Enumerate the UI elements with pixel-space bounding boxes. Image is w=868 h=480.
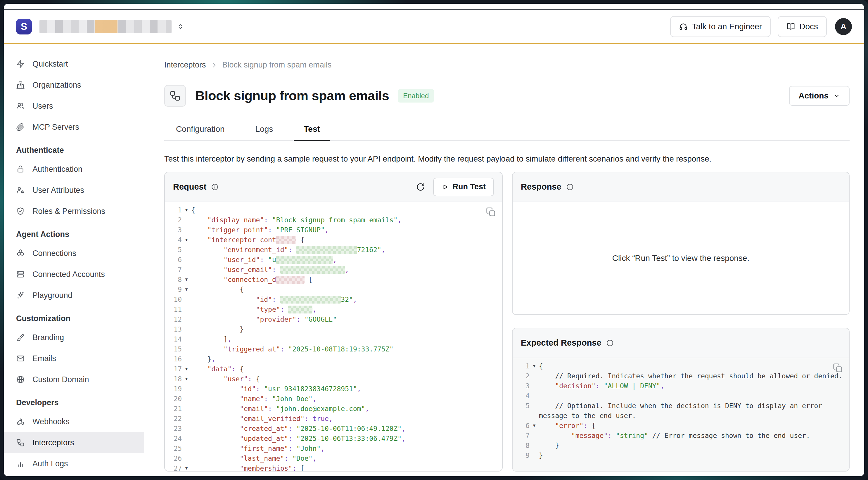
sidebar-section-customization: Customization	[4, 310, 145, 327]
sidebar-item-custom-domain[interactable]: Custom Domain	[4, 369, 145, 390]
copy-icon	[833, 363, 843, 373]
code-content: "updated_at": "2025-10-06T13:33:06.479Z"…	[191, 434, 497, 444]
code-content: // Optional. Include when the decision i…	[539, 401, 844, 421]
code-content: "name": "John Doe",	[191, 394, 497, 404]
request-code[interactable]: 1▾{2 "display_name": "Block signup from …	[165, 202, 502, 471]
tab-logs[interactable]: Logs	[246, 124, 283, 141]
chevron-right-icon	[211, 62, 218, 69]
line-number: 14	[169, 334, 182, 344]
right-column: Response Click “Run Test” to view the re…	[512, 172, 849, 472]
sparkles-icon	[16, 291, 25, 300]
sidebar-item-mcp-servers[interactable]: MCP Servers	[4, 117, 145, 138]
copy-expected-button[interactable]	[833, 363, 843, 373]
code-line: 2 // Required. Indicates whether the req…	[517, 371, 844, 381]
sidebar-item-roles-permissions[interactable]: Roles & Permissions	[4, 201, 145, 222]
sidebar-item-connections[interactable]: Connections	[4, 243, 145, 264]
run-test-label: Run Test	[453, 182, 486, 191]
code-line: 7 "message": "string" // Error message s…	[517, 430, 844, 441]
code-line: 26 "last_name": "Doe",	[169, 453, 497, 463]
sidebar-item-emails[interactable]: Emails	[4, 348, 145, 369]
code-content: "user_id": "u,	[191, 255, 497, 265]
app-logo[interactable]: S	[16, 19, 32, 34]
run-test-button[interactable]: Run Test	[433, 178, 494, 196]
sidebar-item-webhooks[interactable]: Webhooks	[4, 411, 145, 432]
brush-icon	[16, 333, 25, 342]
tab-configuration[interactable]: Configuration	[166, 124, 235, 141]
code-content: "created_at": "2025-10-06T11:06:49.120Z"…	[191, 424, 497, 434]
breadcrumb-parent[interactable]: Interceptors	[164, 61, 206, 69]
copy-request-button[interactable]	[486, 207, 496, 217]
request-panel-title: Request	[173, 182, 206, 192]
sidebar-item-label: Auth Logs	[32, 459, 68, 468]
expected-code[interactable]: 1▾{2 // Required. Indicates whether the …	[513, 358, 849, 471]
user-gear-icon	[16, 186, 25, 195]
fold-toggle[interactable]: ▾	[182, 235, 191, 245]
code-line: 25 "first_name": "John",	[169, 444, 497, 453]
line-number: 3	[169, 225, 182, 235]
line-number: 13	[169, 324, 182, 334]
sidebar-item-label: Authentication	[32, 165, 83, 174]
code-line: 16 },	[169, 354, 497, 364]
org-switcher[interactable]	[176, 23, 184, 31]
sidebar-item-user-attributes[interactable]: User Attributes	[4, 180, 145, 201]
workflow-icon	[16, 438, 25, 447]
expected-panel-title: Expected Response	[521, 338, 601, 348]
code-content: "display_name": "Block signup from spam …	[191, 215, 497, 225]
tab-test[interactable]: Test	[294, 124, 330, 141]
line-number: 9	[517, 450, 530, 460]
page-title: Block signup from spam emails	[195, 88, 389, 103]
sidebar-item-authentication[interactable]: Authentication	[4, 159, 145, 180]
request-header-actions: Run Test	[415, 178, 494, 196]
headphones-icon	[679, 22, 688, 31]
org-name-redacted[interactable]	[39, 20, 172, 33]
code-content: "memberships": [	[191, 463, 497, 471]
docs-button[interactable]: Docs	[778, 16, 827, 37]
line-number: 8	[169, 275, 182, 285]
code-content: "provider": "GOOGLE"	[191, 314, 497, 324]
fold-toggle[interactable]: ▾	[182, 364, 191, 374]
sidebar-section-authenticate: Authenticate	[4, 142, 145, 159]
fold-toggle[interactable]: ▾	[182, 275, 191, 285]
actions-label: Actions	[799, 91, 829, 100]
code-content: "id": 32",	[191, 294, 497, 305]
code-content: "message": "string" // Error message sho…	[539, 430, 844, 441]
sidebar-item-label: Roles & Permissions	[32, 207, 105, 216]
code-content: {	[191, 285, 497, 294]
sidebar-item-organizations[interactable]: Organizations	[4, 74, 145, 96]
paperclip-icon	[16, 123, 25, 131]
fold-toggle[interactable]: ▾	[182, 374, 191, 384]
expected-info-icon[interactable]	[606, 339, 614, 347]
code-line: 24 "updated_at": "2025-10-06T13:33:06.47…	[169, 434, 497, 444]
sidebar-item-playground[interactable]: Playground	[4, 285, 145, 306]
fold-toggle[interactable]: ▾	[182, 463, 191, 471]
actions-button[interactable]: Actions	[789, 86, 849, 106]
reset-request-button[interactable]	[415, 182, 426, 192]
fold-toggle[interactable]: ▾	[530, 361, 539, 371]
line-number: 18	[169, 374, 182, 384]
code-line: 27▾ "memberships": [	[169, 463, 497, 471]
code-content: "last_name": "Doe",	[191, 453, 497, 463]
sidebar-item-label: User Attributes	[32, 186, 84, 195]
fold-toggle[interactable]: ▾	[182, 285, 191, 294]
fold-toggle[interactable]: ▾	[530, 421, 539, 430]
sidebar-item-connected-accounts[interactable]: Connected Accounts	[4, 264, 145, 285]
request-info-icon[interactable]	[211, 183, 219, 191]
code-content: "type": ,	[191, 305, 497, 314]
sidebar-item-branding[interactable]: Branding	[4, 327, 145, 348]
talk-to-engineer-button[interactable]: Talk to an Engineer	[670, 16, 771, 37]
main-content: Interceptors Block signup from spam emai…	[145, 44, 864, 476]
fold-toggle[interactable]: ▾	[182, 205, 191, 215]
avatar-letter: A	[840, 22, 846, 31]
sidebar-item-users[interactable]: Users	[4, 96, 145, 117]
avatar[interactable]: A	[835, 18, 852, 35]
response-info-icon[interactable]	[566, 183, 574, 191]
code-line: 6 "user_id": "u,	[169, 255, 497, 265]
interceptor-icon-box	[164, 85, 186, 107]
sidebar-item-quickstart[interactable]: Quickstart	[4, 54, 145, 74]
sidebar-item-auth-logs[interactable]: Auth Logs	[4, 453, 145, 474]
sidebar-item-interceptors[interactable]: Interceptors	[4, 432, 144, 453]
sidebar-item-label: Interceptors	[32, 438, 74, 447]
line-number: 1	[169, 205, 182, 215]
code-content: },	[191, 354, 497, 364]
info-icon	[566, 183, 574, 191]
